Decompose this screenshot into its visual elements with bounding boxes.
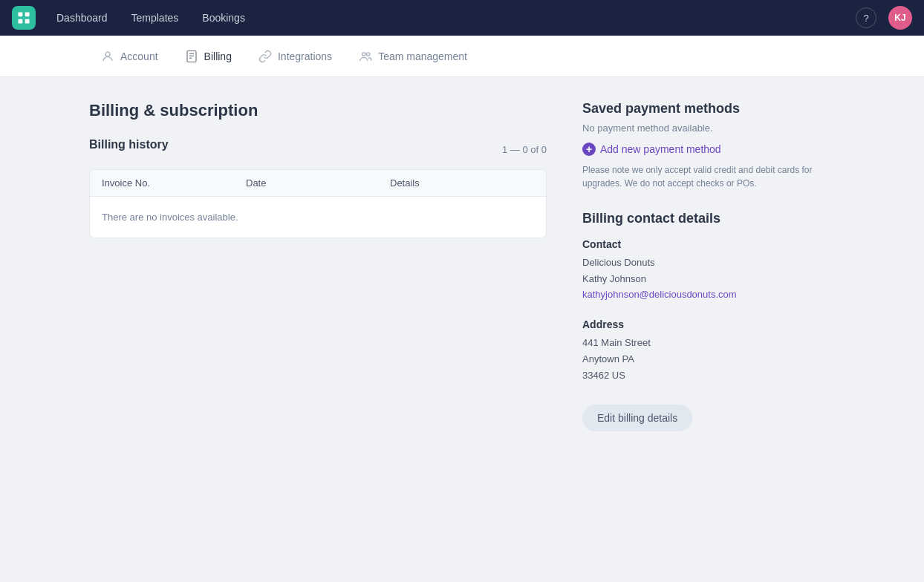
invoice-table: Invoice No. Date Details There are no in…	[89, 169, 547, 238]
app-logo[interactable]	[12, 6, 36, 30]
nav-dashboard[interactable]: Dashboard	[48, 7, 117, 28]
pagination: 1 — 0 of 0	[502, 144, 547, 155]
left-column: Billing & subscription Billing history 1…	[89, 101, 547, 431]
logo-icon	[16, 10, 31, 25]
svg-rect-5	[187, 50, 196, 62]
contact-section: Contact Delicious Donuts Kathy Johnson k…	[582, 238, 835, 301]
svg-rect-3	[25, 19, 30, 24]
billing-history-header: Billing history 1 — 0 of 0	[89, 138, 547, 160]
contact-name: Kathy Johnson	[582, 271, 835, 287]
address-line1: 441 Main Street	[582, 335, 835, 351]
svg-rect-1	[25, 13, 30, 17]
sub-nav-team[interactable]: Team management	[347, 45, 479, 68]
billing-label: Billing	[204, 50, 232, 62]
link-icon	[258, 50, 272, 63]
integrations-label: Integrations	[278, 50, 332, 62]
top-nav: Dashboard Templates Bookings ? KJ	[0, 0, 924, 36]
add-payment-label: Add new payment method	[600, 143, 721, 155]
contact-label: Contact	[582, 238, 835, 250]
receipt-icon	[185, 50, 198, 63]
help-button[interactable]: ?	[856, 7, 876, 28]
address-section: Address 441 Main Street Anytown PA 33462…	[582, 318, 835, 384]
col-date: Date	[246, 177, 390, 189]
billing-history-title: Billing history	[89, 138, 169, 151]
avatar[interactable]: KJ	[888, 6, 912, 30]
nav-bookings[interactable]: Bookings	[193, 7, 254, 28]
main-content: Billing & subscription Billing history 1…	[0, 77, 924, 455]
svg-point-10	[367, 52, 371, 56]
col-details: Details	[390, 177, 534, 189]
nav-templates[interactable]: Templates	[123, 7, 188, 28]
account-label: Account	[120, 50, 158, 62]
address-line2: Anytown PA	[582, 351, 835, 367]
contact-email[interactable]: kathyjohnson@deliciousdonuts.com	[582, 289, 737, 300]
svg-rect-2	[19, 19, 23, 24]
sub-nav-account[interactable]: Account	[89, 45, 170, 68]
right-column: Saved payment methods No payment method …	[582, 101, 835, 431]
sub-nav: Account Billing Integrations Team manage…	[0, 36, 924, 77]
address-line3: 33462 US	[582, 367, 835, 384]
billing-contact-heading: Billing contact details	[582, 211, 835, 226]
sub-nav-billing[interactable]: Billing	[173, 45, 244, 68]
svg-point-4	[105, 52, 110, 56]
table-empty-message: There are no invoices available.	[90, 197, 546, 238]
svg-point-9	[362, 52, 366, 56]
table-header: Invoice No. Date Details	[90, 170, 546, 197]
group-icon	[359, 50, 372, 63]
address-label: Address	[582, 318, 835, 330]
plus-icon: +	[582, 143, 596, 156]
payment-methods-heading: Saved payment methods	[582, 101, 835, 117]
edit-billing-button[interactable]: Edit billing details	[582, 405, 692, 431]
add-payment-link[interactable]: + Add new payment method	[582, 143, 835, 156]
svg-rect-0	[19, 13, 23, 17]
no-payment-text: No payment method available.	[582, 122, 835, 134]
page-title: Billing & subscription	[89, 101, 547, 120]
team-label: Team management	[378, 50, 467, 62]
col-invoice: Invoice No.	[102, 177, 246, 189]
company-name: Delicious Donuts	[582, 255, 835, 271]
sub-nav-integrations[interactable]: Integrations	[247, 45, 344, 68]
payment-note: Please note we only accept valid credit …	[582, 163, 835, 190]
person-icon	[101, 50, 114, 63]
